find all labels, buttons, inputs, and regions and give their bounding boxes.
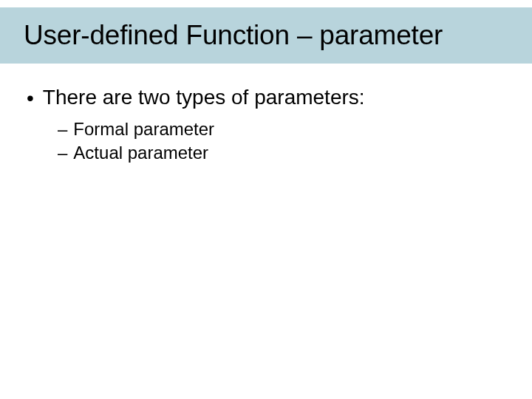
dash-icon: – bbox=[58, 118, 67, 140]
bullet-icon: • bbox=[27, 86, 34, 111]
title-band: User-defined Function – parameter bbox=[0, 7, 532, 64]
bullet-level2-text: Actual parameter bbox=[73, 142, 208, 164]
bullet-level2-group: – Formal parameter – Actual parameter bbox=[58, 118, 532, 164]
bullet-level2: – Formal parameter bbox=[58, 118, 532, 140]
bullet-level1: • There are two types of parameters: bbox=[27, 85, 532, 111]
bullet-level2: – Actual parameter bbox=[58, 142, 532, 164]
bullet-level2-text: Formal parameter bbox=[73, 118, 214, 140]
bullet-level1-text: There are two types of parameters: bbox=[43, 85, 365, 110]
slide-body: • There are two types of parameters: – F… bbox=[0, 85, 532, 166]
slide-title: User-defined Function – parameter bbox=[24, 20, 443, 51]
dash-icon: – bbox=[58, 142, 67, 164]
